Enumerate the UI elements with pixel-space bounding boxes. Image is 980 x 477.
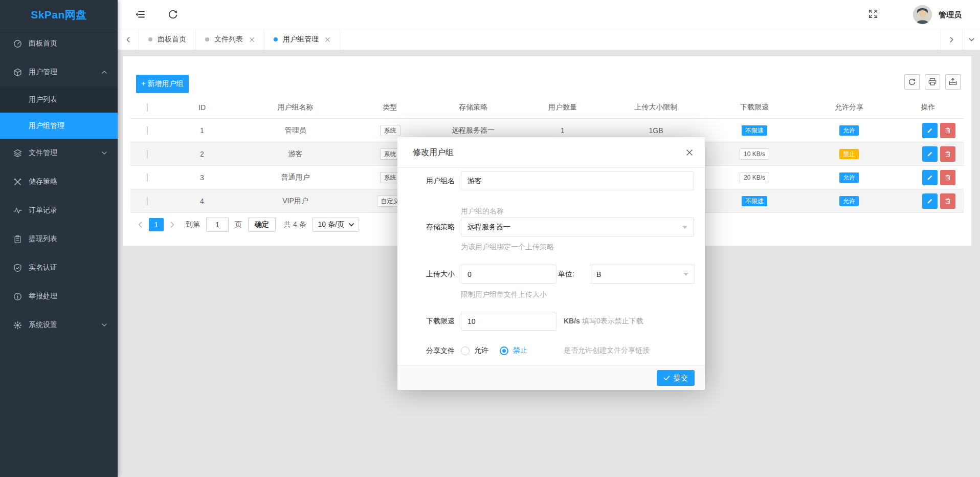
row-checkbox[interactable] (147, 150, 148, 158)
sidebar-item-system-settings[interactable]: 系统设置 (0, 311, 118, 339)
edit-user-group-modal: 修改用户组 用户组名 用户组的名称 存储策略 远程服务器一 为该用户组绑定一个上… (397, 137, 705, 390)
chevron-up-icon (101, 69, 107, 75)
sidebar-item-withdraw-list[interactable]: 提现列表 (0, 225, 118, 253)
tabbar-spacer (340, 29, 941, 50)
unit-select[interactable]: B (590, 265, 695, 284)
sidebar-fold-icon[interactable] (134, 8, 146, 20)
tab-dashboard[interactable]: 面板首页 (139, 29, 196, 50)
storage-policy-select[interactable]: 远程服务器一 (461, 218, 694, 236)
download-badge: 20 KB/s (740, 172, 769, 183)
goto-confirm-button[interactable]: 确定 (248, 218, 276, 232)
chevron-down-icon (101, 322, 107, 328)
close-icon[interactable] (325, 37, 330, 42)
select-all-checkbox[interactable] (147, 103, 148, 112)
add-user-group-button[interactable]: + 新增用户组 (136, 75, 189, 93)
col-header-upload-limit: 上传大小限制 (609, 103, 703, 112)
upload-size-input[interactable] (461, 265, 556, 284)
cell-name: VIP用户 (240, 197, 350, 206)
share-badge: 允许 (839, 125, 859, 136)
sidebar-item-dashboard[interactable]: 面板首页 (0, 29, 118, 58)
row-checkbox[interactable] (147, 126, 148, 135)
page-size-value: 10 条/页 (318, 220, 344, 229)
goto-page-input[interactable] (206, 218, 229, 232)
chevron-down-icon (101, 150, 107, 156)
delete-button[interactable] (940, 146, 955, 162)
group-name-input[interactable] (461, 171, 694, 190)
share-help: 是否允许创建文件分享链接 (564, 346, 650, 355)
clipboard-icon (13, 235, 22, 244)
type-badge: 系统 (380, 125, 400, 136)
download-limit-input[interactable] (461, 312, 556, 331)
tab-label: 面板首页 (158, 35, 186, 44)
fullscreen-icon[interactable] (867, 8, 880, 20)
sidebar-item-real-name-auth[interactable]: 实名认证 (0, 253, 118, 282)
sidebar-item-label: 举报处理 (29, 292, 57, 301)
storage-policy-value: 远程服务器一 (467, 223, 510, 232)
share-allow-radio[interactable]: 允许 (461, 346, 488, 355)
edit-button[interactable] (922, 193, 938, 209)
avatar[interactable] (913, 5, 932, 24)
tabs-scroll-left[interactable] (118, 29, 139, 50)
cell-storage: 远程服务器一 (430, 126, 517, 135)
submit-button[interactable]: 提交 (657, 370, 695, 386)
tabs-menu-dropdown[interactable] (962, 29, 980, 50)
refresh-icon[interactable] (167, 8, 179, 20)
tab-user-group-mgmt[interactable]: 用户组管理 (264, 29, 340, 50)
cell-id: 4 (164, 197, 240, 205)
col-header-id: ID (164, 103, 240, 112)
sidebar-item-user-mgmt[interactable]: 用户管理 (0, 58, 118, 86)
page-size-select[interactable]: 10 条/页 (313, 218, 359, 232)
share-badge: 允许 (839, 172, 859, 183)
share-badge: 禁止 (839, 149, 859, 159)
tools-icon (13, 178, 22, 186)
share-label: 分享文件 (413, 344, 455, 357)
submit-label: 提交 (674, 374, 688, 383)
chevron-down-icon (348, 222, 354, 228)
row-checkbox[interactable] (147, 174, 148, 182)
delete-button[interactable] (940, 170, 955, 185)
sidebar-item-file-mgmt[interactable]: 文件管理 (0, 139, 118, 167)
row-checkbox[interactable] (147, 197, 148, 205)
tab-file-list[interactable]: 文件列表 (196, 29, 264, 50)
next-page-icon[interactable] (166, 219, 179, 231)
sidebar-item-storage-policy[interactable]: 储存策略 (0, 167, 118, 196)
edit-button[interactable] (922, 146, 938, 162)
admin-name[interactable]: 管理员 (939, 0, 962, 29)
close-icon[interactable] (685, 148, 694, 157)
table-refresh-icon[interactable] (904, 74, 920, 90)
col-header-download: 下载限速 (703, 103, 806, 112)
sidebar-item-report-handling[interactable]: 举报处理 (0, 282, 118, 311)
sidebar-item-user-list[interactable]: 用户列表 (0, 86, 118, 113)
prev-page-icon[interactable] (134, 219, 146, 231)
tabs-scroll-right[interactable] (941, 29, 962, 50)
cell-upload-limit: 1GB (609, 126, 703, 135)
close-icon[interactable] (249, 37, 255, 42)
cell-users: 1 (517, 126, 609, 135)
edit-button[interactable] (922, 123, 938, 138)
sidebar-item-label: 用户列表 (29, 95, 57, 104)
modal-footer: 提交 (397, 365, 705, 390)
modal-title: 修改用户组 (397, 137, 705, 168)
current-page-button[interactable]: 1 (149, 218, 164, 231)
tab-dot (205, 37, 209, 41)
edit-button[interactable] (922, 170, 938, 185)
sidebar-item-label: 用户管理 (29, 68, 57, 77)
caret-down-icon (682, 226, 687, 229)
cell-id: 2 (164, 150, 240, 158)
group-name-label: 用户组名 (413, 171, 455, 190)
col-header-ops: 操作 (893, 103, 964, 112)
delete-button[interactable] (940, 123, 955, 138)
cell-id: 3 (164, 174, 240, 182)
storage-policy-help: 为该用户组绑定一个上传策略 (461, 243, 554, 252)
print-icon[interactable] (925, 74, 940, 90)
export-icon[interactable] (945, 74, 961, 90)
delete-button[interactable] (940, 193, 955, 209)
tab-dot (274, 37, 278, 41)
download-limit-hint: KB/s填写0表示禁止下载 (564, 312, 643, 331)
sidebar-item-label: 用户组管理 (29, 121, 64, 131)
share-deny-radio[interactable]: 禁止 (500, 346, 527, 355)
sidebar-item-order-log[interactable]: 订单记录 (0, 196, 118, 225)
col-header-share: 允许分享 (806, 103, 893, 112)
tab-dot (148, 37, 152, 41)
sidebar-item-user-group-mgmt[interactable]: 用户组管理 (0, 113, 118, 139)
